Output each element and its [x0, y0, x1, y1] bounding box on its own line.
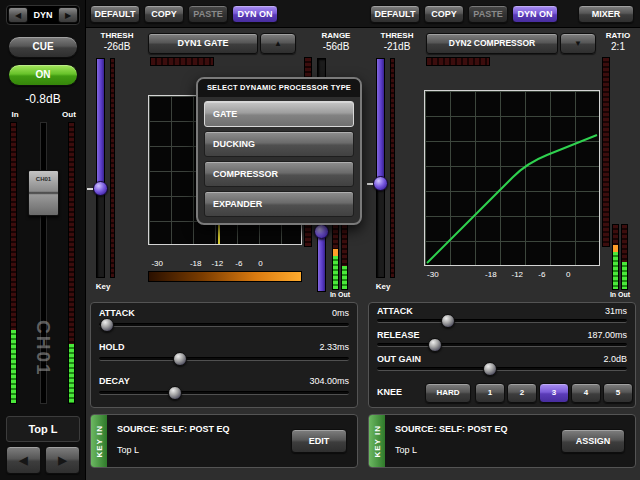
dyn1-decay-knob[interactable] [168, 386, 182, 400]
scale-tick: -30 [427, 270, 439, 279]
meter-in-label: In [4, 110, 26, 119]
prev-processor-button[interactable]: ◀ [8, 7, 28, 23]
cue-button[interactable]: CUE [8, 36, 78, 58]
channel-in-meter [10, 122, 17, 404]
dyn1-type-dropdown-button[interactable]: ▲ [260, 33, 296, 54]
mixer-button[interactable]: MIXER [578, 5, 634, 23]
dyn1-default-button[interactable]: DEFAULT [90, 5, 140, 23]
dyn1-graph-marker [218, 222, 220, 244]
dyn2-outgain-slider[interactable] [377, 367, 627, 371]
dyn1-attack-label: ATTACK [99, 308, 135, 318]
dyn1-in-meter [332, 224, 339, 290]
dyn1-db-scale: -30 -18 -12 -6 0 [148, 259, 302, 268]
popup-option-expander[interactable]: EXPANDER [204, 191, 354, 217]
left-arrow-icon: ◀ [19, 454, 27, 466]
dyn1-hold-label: HOLD [99, 342, 125, 352]
knee-4-button[interactable]: 4 [571, 383, 601, 403]
scale-tick: -18 [485, 270, 497, 279]
dyn2-threshold-knob[interactable] [373, 176, 388, 191]
scale-tick: -12 [511, 270, 523, 279]
dyn1-attack-slider[interactable] [99, 323, 349, 327]
channel-on-button[interactable]: ON [8, 64, 78, 86]
dyn1-decay-slider[interactable] [99, 391, 349, 395]
dyn2-ratio-value: 2:1 [598, 41, 638, 52]
popup-option-gate[interactable]: GATE [204, 101, 354, 127]
dyn2-threshold-slider[interactable] [376, 58, 385, 278]
scale-tick: 0 [258, 259, 262, 268]
dyn1-type-button[interactable]: DYN1 GATE [148, 33, 258, 54]
dyn2-gr-meter [426, 57, 490, 66]
scale-tick: -6 [538, 270, 545, 279]
dyn2-type-button[interactable]: DYN2 COMPRESSOR [426, 33, 558, 54]
dyn1-on-button[interactable]: DYN ON [232, 5, 278, 23]
dyn2-default-button[interactable]: DEFAULT [370, 5, 420, 23]
scale-tick: -30 [151, 259, 163, 268]
dyn1-hold-value: 2.33ms [319, 342, 349, 352]
knee-2-button[interactable]: 2 [507, 383, 537, 403]
channel-out-meter-fill [69, 344, 74, 403]
dyn2-outgain-knob[interactable] [483, 362, 497, 376]
dyn1-threshold-fill [97, 59, 104, 189]
dyn1-thresh-value: -26dB [92, 41, 142, 52]
dyn2-keyin-label: KEY IN [373, 425, 382, 458]
dyn1-keyin-edit-button[interactable]: EDIT [291, 429, 347, 453]
dyn1-range-fill [318, 235, 325, 291]
scale-tick: -18 [190, 259, 202, 268]
dyn1-paste-button[interactable]: PASTE [188, 5, 228, 23]
up-arrow-icon: ▲ [274, 39, 282, 48]
knee-1-button[interactable]: 1 [475, 383, 505, 403]
popup-option-ducking[interactable]: DUCKING [204, 131, 354, 157]
dyn2-knee-label: KNEE [377, 387, 402, 397]
dyn1-range-indicator [148, 271, 302, 282]
dyn2-attack-knob[interactable] [441, 314, 455, 328]
popup-option-compressor[interactable]: COMPRESSOR [204, 161, 354, 187]
dyn1-copy-button[interactable]: COPY [144, 5, 184, 23]
dynamics-screen: ◀ DYN ▶ CUE ON -0.8dB In Out CH01 CH01 T… [0, 0, 640, 480]
dyn1-key-meter [110, 58, 115, 278]
knee-5-button[interactable]: 5 [603, 383, 633, 403]
prev-channel-button[interactable]: ◀ [6, 446, 41, 474]
dyn2-keyin-channel: Top L [395, 445, 417, 455]
dyn2-type-dropdown-button[interactable]: ▼ [560, 33, 596, 54]
dyn1-out-meter [341, 224, 348, 290]
dyn2-in-meter [612, 224, 619, 290]
dyn2-out-meter [621, 224, 628, 290]
next-channel-button[interactable]: ▶ [45, 446, 80, 474]
fader-handle[interactable]: CH01 [28, 170, 59, 216]
dyn1-params-panel: ATTACK 0ms HOLD 2.33ms DECAY 304.00ms [90, 302, 358, 408]
dyn1-hold-knob[interactable] [173, 352, 187, 366]
dyn2-in-meter-peak [613, 245, 618, 252]
dyn1-threshold-knob[interactable] [93, 181, 108, 196]
dyn2-release-knob[interactable] [428, 338, 442, 352]
dyn2-key-label: Key [368, 282, 398, 291]
dyn2-on-button[interactable]: DYN ON [512, 5, 558, 23]
channel-name-box: Top L [6, 416, 80, 442]
dyn2-thresh-label: THRESH [372, 31, 422, 40]
dyn1-range-value: -56dB [314, 41, 358, 52]
dyn1-in-meter-peak [333, 249, 338, 256]
knee-3-button[interactable]: 3 [539, 383, 569, 403]
dyn2-attack-slider[interactable] [377, 319, 627, 323]
dyn2-release-slider[interactable] [377, 343, 627, 347]
dyn1-range-knob[interactable] [314, 224, 329, 239]
next-processor-button[interactable]: ▶ [58, 7, 78, 23]
dyn2-keyin-assign-button[interactable]: ASSIGN [561, 429, 625, 453]
processor-type-popup: SELECT DYNAMIC PROCESSOR TYPE GATE DUCKI… [196, 77, 362, 225]
dyn2-paste-button[interactable]: PASTE [468, 5, 508, 23]
dyn1-inout-label: In Out [326, 291, 354, 298]
dyn1-hold-slider[interactable] [99, 357, 349, 361]
knee-hard-button[interactable]: HARD [425, 383, 471, 403]
dyn2-thresh-value: -21dB [372, 41, 422, 52]
dyn1-gr-meter [150, 57, 214, 66]
dyn2-key-meter [390, 58, 395, 278]
channel-in-meter-fill [11, 330, 16, 403]
processor-selector: ◀ DYN ▶ [6, 5, 80, 25]
dyn1-threshold-slider[interactable] [96, 58, 105, 278]
dyn2-copy-button[interactable]: COPY [424, 5, 464, 23]
channel-id-ghost: CH01 [32, 320, 54, 404]
dyn2-attack-value: 31ms [605, 306, 627, 316]
popup-title: SELECT DYNAMIC PROCESSOR TYPE [198, 79, 360, 97]
dyn1-thresh-label: THRESH [92, 31, 142, 40]
dyn1-attack-knob[interactable] [100, 318, 114, 332]
channel-out-meter [68, 122, 75, 404]
